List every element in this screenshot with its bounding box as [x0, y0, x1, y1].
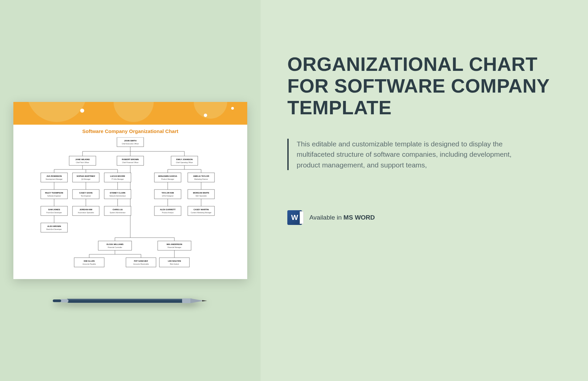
svg-text:Financial Manager: Financial Manager: [167, 246, 181, 248]
node-cto: JANE WILKINSChief Tech Officer: [69, 156, 96, 165]
svg-text:Marketing Director: Marketing Director: [194, 178, 208, 180]
availability-row: W Available in MS WORD: [287, 210, 561, 225]
node-prod-mgr: BENJAMIN GARCIAProduct Manager: [154, 173, 181, 182]
node-ceo: JOHN SMITHChief Executive Officer: [117, 137, 144, 147]
node-dev-mgr: AVA ROBINSONDevelopment Manager: [41, 173, 67, 182]
svg-text:BENJAMIN GARCIA: BENJAMIN GARCIA: [158, 175, 177, 177]
svg-rect-85: [154, 206, 181, 216]
svg-rect-94: [98, 241, 132, 250]
svg-rect-64: [72, 189, 99, 199]
svg-text:Chief Operating Officer: Chief Operating Officer: [176, 161, 193, 163]
svg-text:Accounts Receivable: Accounts Receivable: [133, 263, 149, 265]
node-ar: PAT SANCHEZAccounts Receivable: [126, 258, 156, 267]
svg-rect-110: [67, 299, 187, 300]
node-test-eng: CASEY DAVISTest Engineer: [72, 189, 99, 199]
svg-rect-76: [41, 206, 67, 216]
node-fin-ctrl: OLIVIA WILLIAMSFinancial Controller: [98, 241, 132, 250]
svg-rect-58: [188, 173, 214, 182]
page-description: This editable and customizable template …: [287, 139, 514, 170]
svg-text:SYDNEY CLARK: SYDNEY CLARK: [110, 192, 126, 194]
node-cfo: ROBERT BROWNChief Financial Officer: [117, 156, 144, 165]
node-coo: EMILY JOHNSONChief Operating Officer: [171, 156, 198, 165]
svg-text:Development Manager: Development Manager: [46, 178, 63, 180]
svg-text:UX/UI Designer: UX/UI Designer: [162, 195, 174, 197]
svg-rect-106: [159, 258, 189, 267]
svg-text:CASEY MARTIN: CASEY MARTIN: [193, 209, 209, 211]
svg-text:ROBERT BROWN: ROBERT BROWN: [122, 158, 139, 160]
svg-text:KIM ALLEN: KIM ALLEN: [84, 260, 95, 262]
page-title: ORGANIZATIONAL CHART FOR SOFTWARE COMPAN…: [287, 53, 561, 119]
node-sys-admin: CHRIS LIUSystem Administrator: [104, 206, 131, 216]
node-risk: LEE NGUYENRisk Analyst: [159, 258, 189, 267]
node-content-mkt: CASEY MARTINContent Marketing Manager: [188, 206, 214, 216]
svg-rect-97: [158, 241, 191, 250]
svg-rect-49: [72, 173, 99, 182]
svg-text:OLIVIA WILLIAMS: OLIVIA WILLIAMS: [106, 243, 123, 245]
svg-rect-40: [117, 156, 144, 165]
svg-text:Product Analyst: Product Analyst: [162, 212, 174, 214]
svg-text:Back-End Developer: Back-End Developer: [46, 228, 62, 230]
svg-rect-82: [104, 206, 131, 216]
availability-text: Available in MS WORD: [309, 214, 375, 221]
svg-text:SAM JONES: SAM JONES: [48, 209, 60, 211]
svg-text:AMELIA TAYLOR: AMELIA TAYLOR: [193, 175, 209, 177]
svg-text:PAT SANCHEZ: PAT SANCHEZ: [134, 260, 148, 262]
svg-rect-91: [41, 223, 67, 232]
pen-decoration: [50, 297, 210, 304]
node-fin-mgr: MIA ANDERSONFinancial Manager: [158, 241, 191, 250]
svg-rect-115: [53, 299, 61, 302]
svg-rect-67: [104, 189, 131, 199]
node-ux: TAYLOR KIMUX/UI Designer: [154, 189, 181, 199]
svg-text:RILEY THOMPSON: RILEY THOMPSON: [45, 192, 63, 194]
org-chart: JOHN SMITHChief Executive Officer JANE W…: [24, 137, 237, 274]
svg-text:Software Engineer: Software Engineer: [47, 195, 61, 197]
svg-text:CHRIS LIU: CHRIS LIU: [113, 209, 123, 211]
svg-rect-70: [154, 189, 181, 199]
svg-text:Automation Specialist: Automation Specialist: [78, 212, 94, 214]
document-header-decoration: [13, 102, 247, 125]
svg-rect-46: [41, 173, 67, 182]
svg-text:MORGAN WHITE: MORGAN WHITE: [193, 192, 209, 194]
svg-text:Network Administrator: Network Administrator: [110, 195, 126, 197]
svg-text:EMILY JOHNSON: EMILY JOHNSON: [176, 158, 192, 160]
node-net-admin: SYDNEY CLARKNetwork Administrator: [104, 189, 131, 199]
svg-text:ALEX BROWN: ALEX BROWN: [47, 225, 61, 227]
document-preview: Software Company Organizational Chart: [13, 102, 247, 279]
svg-text:JORDAN KIM: JORDAN KIM: [80, 209, 92, 211]
svg-rect-37: [69, 156, 96, 165]
node-seo: MORGAN WHITESEO Specialist: [188, 189, 214, 199]
svg-text:System Administrator: System Administrator: [110, 212, 126, 214]
node-auto: JORDAN KIMAutomation Specialist: [72, 206, 99, 216]
svg-rect-34: [117, 137, 144, 147]
svg-marker-112: [190, 298, 204, 303]
node-qa-mgr: SOPHIA MARTINEZQA Manager: [72, 173, 99, 182]
svg-text:TAYLOR KIM: TAYLOR KIM: [162, 192, 174, 194]
svg-rect-103: [126, 258, 156, 267]
ms-word-icon: W: [287, 210, 302, 225]
svg-text:Front-End Developer: Front-End Developer: [46, 212, 62, 214]
node-be-dev: ALEX BROWNBack-End Developer: [41, 223, 67, 232]
svg-text:IT Infra Manager: IT Infra Manager: [112, 178, 124, 180]
svg-rect-79: [72, 206, 99, 216]
svg-text:AVA ROBINSON: AVA ROBINSON: [46, 175, 62, 177]
svg-text:Accounts Payable: Accounts Payable: [83, 263, 96, 265]
preview-panel: Software Company Organizational Chart: [0, 0, 261, 381]
svg-text:Chief Executive Officer: Chief Executive Officer: [122, 143, 139, 145]
svg-text:JANE WILKINS: JANE WILKINS: [75, 158, 90, 160]
info-panel: ORGANIZATIONAL CHART FOR SOFTWARE COMPAN…: [261, 0, 588, 381]
svg-text:Chief Tech Officer: Chief Tech Officer: [76, 161, 89, 163]
svg-text:Content Marketing Manager: Content Marketing Manager: [191, 212, 211, 214]
svg-text:SOPHIA MARTINEZ: SOPHIA MARTINEZ: [77, 175, 95, 177]
svg-text:SEO Specialist: SEO Specialist: [195, 195, 207, 197]
svg-marker-113: [202, 300, 207, 301]
svg-rect-52: [104, 173, 131, 182]
svg-text:MIA ANDERSON: MIA ANDERSON: [167, 243, 182, 245]
node-ap: KIM ALLENAccounts Payable: [74, 258, 104, 267]
svg-text:Chief Financial Officer: Chief Financial Officer: [122, 161, 138, 163]
svg-text:JOHN SMITH: JOHN SMITH: [124, 140, 136, 142]
svg-text:LEE NGUYEN: LEE NGUYEN: [168, 260, 181, 262]
node-sw-eng: RILEY THOMPSONSoftware Engineer: [41, 189, 67, 199]
svg-text:QA Manager: QA Manager: [81, 178, 91, 180]
node-it-mgr: LUCAS MOOREIT Infra Manager: [104, 173, 131, 182]
svg-text:LUCAS MOORE: LUCAS MOORE: [110, 175, 125, 177]
